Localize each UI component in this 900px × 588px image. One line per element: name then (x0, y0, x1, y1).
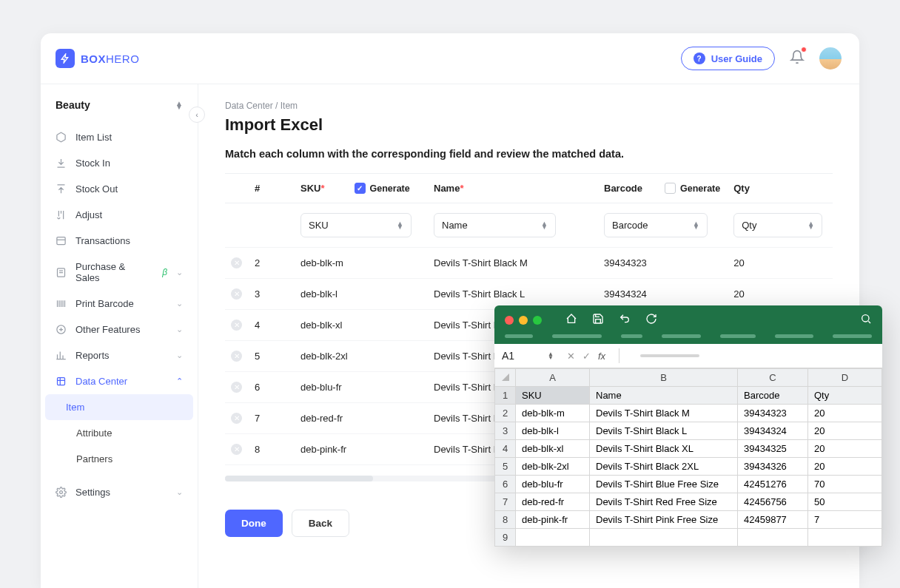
excel-cell[interactable]: Devils T-Shirt Black 2XL (590, 458, 738, 476)
sidebar-item-stock-in[interactable]: Stock In (41, 150, 198, 176)
excel-cell[interactable]: 20 (808, 440, 882, 458)
excel-row[interactable]: 7deb-red-frDevils T-Shirt Red Free Size4… (495, 493, 882, 511)
excel-cell[interactable]: deb-blk-l (516, 422, 590, 440)
sku-generate-toggle[interactable]: ✓ Generate (355, 183, 410, 194)
user-guide-button[interactable]: ? User Guide (681, 47, 775, 70)
excel-cell[interactable]: 7 (808, 511, 882, 529)
logo[interactable]: BOXHERO (56, 49, 139, 68)
excel-cell[interactable]: Devils T-Shirt Blue Free Size (590, 476, 738, 493)
excel-row[interactable]: 5deb-blk-2xlDevils T-Shirt Black 2XL3943… (495, 458, 882, 476)
excel-row[interactable]: 8deb-pink-frDevils T-Shirt Pink Free Siz… (495, 511, 882, 529)
undo-icon[interactable] (619, 313, 631, 327)
excel-corner[interactable] (495, 369, 516, 387)
excel-cell[interactable]: SKU (516, 387, 590, 405)
excel-col-d[interactable]: D (808, 369, 882, 387)
excel-col-c[interactable]: C (738, 369, 808, 387)
sidebar-item-adjust[interactable]: Adjust (41, 202, 198, 228)
sidebar-item-print-barcode[interactable]: Print Barcode ⌄ (41, 291, 198, 317)
sidebar-item-dc-attribute[interactable]: Attribute (41, 420, 198, 446)
excel-rownum[interactable]: 2 (495, 405, 516, 422)
excel-cell[interactable]: 39434324 (738, 422, 808, 440)
sidebar-item-stock-out[interactable]: Stock Out (41, 176, 198, 202)
excel-cell[interactable]: 39434326 (738, 458, 808, 476)
delete-row-icon[interactable]: ✕ (231, 444, 242, 455)
excel-cell[interactable]: 20 (808, 405, 882, 422)
excel-cell[interactable]: Name (590, 387, 738, 405)
excel-cell[interactable]: Devils T-Shirt Black M (590, 405, 738, 422)
excel-cell[interactable]: deb-blu-fr (516, 476, 590, 493)
excel-cell[interactable]: 42456756 (738, 493, 808, 511)
excel-cell[interactable]: 70 (808, 476, 882, 493)
excel-cell[interactable] (516, 529, 590, 547)
excel-col-a[interactable]: A (516, 369, 590, 387)
maximize-icon[interactable] (533, 316, 542, 325)
sidebar-item-transactions[interactable]: Transactions (41, 228, 198, 254)
excel-row[interactable]: 6deb-blu-frDevils T-Shirt Blue Free Size… (495, 476, 882, 493)
close-icon[interactable] (505, 316, 514, 325)
excel-rownum[interactable]: 7 (495, 493, 516, 511)
excel-cell[interactable] (808, 529, 882, 547)
delete-row-icon[interactable]: ✕ (231, 382, 242, 393)
excel-cell[interactable]: 50 (808, 493, 882, 511)
qty-select[interactable]: Qty ▲▼ (733, 213, 822, 237)
bell-icon[interactable] (790, 50, 805, 67)
excel-cell[interactable]: 39434323 (738, 405, 808, 422)
excel-row[interactable]: 4deb-blk-xlDevils T-Shirt Black XL394343… (495, 440, 882, 458)
sidebar-item-dc-item[interactable]: Item (45, 394, 193, 420)
barcode-select[interactable]: Barcode ▲▼ (604, 213, 708, 237)
excel-cell[interactable]: 20 (808, 458, 882, 476)
excel-header-row[interactable]: 1SKUNameBarcodeQty (495, 387, 882, 405)
team-selector[interactable]: Beauty ▲▼ (41, 95, 198, 124)
back-button[interactable]: Back (292, 510, 349, 537)
excel-cell[interactable]: Devils T-Shirt Red Free Size (590, 493, 738, 511)
fx-icon[interactable]: fx (598, 351, 605, 362)
excel-row[interactable]: 3deb-blk-lDevils T-Shirt Black L39434324… (495, 422, 882, 440)
delete-row-icon[interactable]: ✕ (231, 320, 242, 331)
excel-cell[interactable] (590, 529, 738, 547)
excel-cell[interactable]: Devils T-Shirt Pink Free Size (590, 511, 738, 529)
excel-col-b[interactable]: B (590, 369, 738, 387)
sidebar-item-purchase-sales[interactable]: Purchase & Sales β ⌄ (41, 254, 198, 291)
excel-cell[interactable]: 42451276 (738, 476, 808, 493)
excel-cell[interactable]: deb-blk-xl (516, 440, 590, 458)
avatar[interactable] (819, 47, 842, 70)
formula-input[interactable] (640, 354, 699, 357)
sidebar-item-other-features[interactable]: Other Features ⌄ (41, 317, 198, 342)
breadcrumb-parent[interactable]: Data Center (225, 101, 273, 111)
excel-row[interactable]: 9 (495, 529, 882, 547)
excel-cell[interactable]: 42459877 (738, 511, 808, 529)
excel-cell[interactable]: Qty (808, 387, 882, 405)
excel-rownum[interactable]: 4 (495, 440, 516, 458)
search-icon[interactable] (860, 313, 872, 327)
sidebar-item-item-list[interactable]: Item List (41, 124, 198, 150)
excel-cell[interactable]: 39434325 (738, 440, 808, 458)
barcode-generate-toggle[interactable]: Generate (665, 183, 720, 194)
excel-cell[interactable]: 20 (808, 422, 882, 440)
home-icon[interactable] (565, 313, 577, 327)
excel-cell[interactable]: Devils T-Shirt Black L (590, 422, 738, 440)
delete-row-icon[interactable]: ✕ (231, 257, 242, 268)
sidebar-item-settings[interactable]: Settings ⌄ (41, 479, 198, 505)
accept-icon[interactable]: ✓ (582, 351, 591, 362)
scrollbar-thumb[interactable] (225, 476, 373, 481)
delete-row-icon[interactable]: ✕ (231, 288, 242, 300)
excel-grid[interactable]: A B C D 1SKUNameBarcodeQty2deb-blk-mDevi… (494, 368, 882, 547)
name-select[interactable]: Name ▲▼ (434, 213, 556, 237)
excel-cell[interactable]: deb-red-fr (516, 493, 590, 511)
cell-reference[interactable]: A1 ▲▼ (502, 350, 554, 362)
collapse-sidebar-button[interactable]: ‹ (189, 107, 205, 123)
excel-cell[interactable]: deb-pink-fr (516, 511, 590, 529)
sidebar-item-data-center[interactable]: Data Center ⌃ (41, 368, 198, 394)
done-button[interactable]: Done (225, 510, 283, 537)
excel-row[interactable]: 2deb-blk-mDevils T-Shirt Black M39434323… (495, 405, 882, 422)
excel-rownum[interactable]: 3 (495, 422, 516, 440)
sku-select[interactable]: SKU ▲▼ (300, 213, 412, 237)
excel-rownum[interactable]: 5 (495, 458, 516, 476)
traffic-lights[interactable] (505, 316, 542, 325)
delete-row-icon[interactable]: ✕ (231, 351, 242, 362)
excel-cell[interactable]: Barcode (738, 387, 808, 405)
excel-ribbon-tabs[interactable] (494, 334, 882, 344)
save-icon[interactable] (592, 313, 604, 327)
redo-icon[interactable] (645, 313, 657, 327)
excel-rownum[interactable]: 8 (495, 511, 516, 529)
